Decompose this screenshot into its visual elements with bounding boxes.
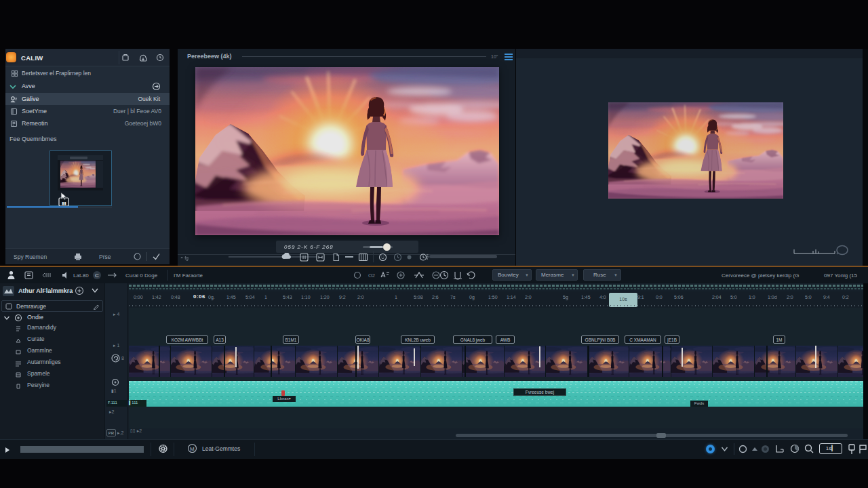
svg-text:C: C: [95, 272, 99, 279]
svg-text:▮▮: ▮▮: [62, 201, 66, 205]
svg-text:M: M: [190, 446, 195, 452]
